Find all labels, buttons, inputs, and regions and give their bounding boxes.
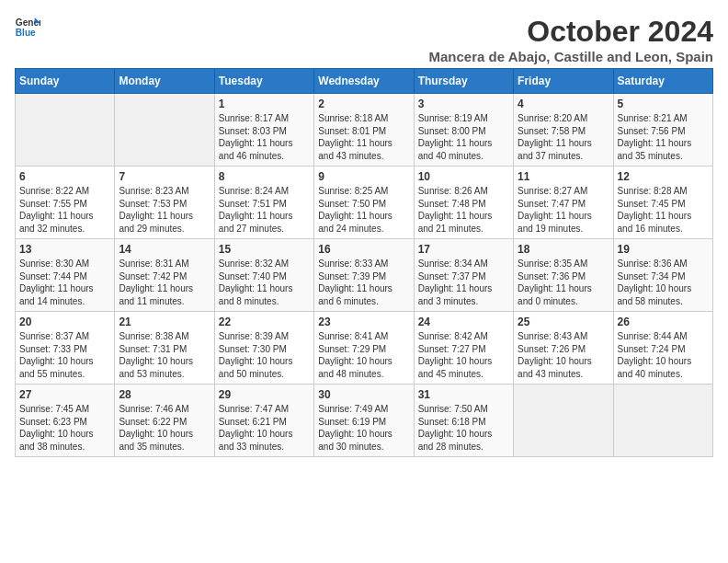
calendar-cell: 1Sunrise: 8:17 AMSunset: 8:03 PMDaylight… [214,94,313,167]
calendar-cell: 16Sunrise: 8:33 AMSunset: 7:39 PMDayligh… [314,239,414,312]
calendar-cell: 25Sunrise: 8:43 AMSunset: 7:26 PMDayligh… [514,312,613,385]
calendar-cell: 3Sunrise: 8:19 AMSunset: 8:00 PMDaylight… [414,94,513,167]
logo: General Blue [15,15,40,40]
calendar-week-row: 20Sunrise: 8:37 AMSunset: 7:33 PMDayligh… [16,312,713,385]
calendar-cell: 23Sunrise: 8:41 AMSunset: 7:29 PMDayligh… [314,312,414,385]
calendar-cell: 24Sunrise: 8:42 AMSunset: 7:27 PMDayligh… [414,312,513,385]
month-title: October 2024 [428,15,713,49]
calendar-cell: 7Sunrise: 8:23 AMSunset: 7:53 PMDaylight… [115,167,214,239]
day-number: 24 [418,316,509,328]
day-number: 28 [119,388,210,401]
calendar-body: 1Sunrise: 8:17 AMSunset: 8:03 PMDaylight… [16,94,713,457]
day-info: Sunrise: 8:27 AMSunset: 7:47 PMDaylight:… [518,185,609,235]
day-info: Sunrise: 7:45 AMSunset: 6:23 PMDaylight:… [19,403,110,453]
day-number: 21 [119,316,210,328]
day-number: 16 [318,243,409,256]
day-number: 17 [418,243,509,256]
calendar-cell [115,94,214,167]
day-number: 3 [418,98,509,110]
day-number: 23 [318,316,409,328]
calendar-week-row: 13Sunrise: 8:30 AMSunset: 7:44 PMDayligh… [16,239,713,312]
day-info: Sunrise: 8:18 AMSunset: 8:01 PMDaylight:… [318,112,409,162]
calendar-cell: 22Sunrise: 8:39 AMSunset: 7:30 PMDayligh… [214,312,313,385]
day-number: 8 [219,170,310,183]
calendar-cell: 20Sunrise: 8:37 AMSunset: 7:33 PMDayligh… [16,312,115,385]
day-info: Sunrise: 8:31 AMSunset: 7:42 PMDaylight:… [119,258,210,307]
day-number: 11 [518,170,609,183]
weekday-header: Wednesday [314,69,414,94]
svg-text:Blue: Blue [16,28,36,38]
calendar-cell: 10Sunrise: 8:26 AMSunset: 7:48 PMDayligh… [414,167,513,239]
title-block: October 2024 Mancera de Abajo, Castille … [428,15,713,64]
day-number: 29 [219,388,310,401]
weekday-header: Monday [115,69,214,94]
day-number: 10 [418,170,509,183]
calendar-cell: 15Sunrise: 8:32 AMSunset: 7:40 PMDayligh… [214,239,313,312]
calendar-cell: 18Sunrise: 8:35 AMSunset: 7:36 PMDayligh… [514,239,613,312]
calendar-cell: 19Sunrise: 8:36 AMSunset: 7:34 PMDayligh… [613,239,712,312]
calendar-cell: 21Sunrise: 8:38 AMSunset: 7:31 PMDayligh… [115,312,214,385]
calendar-table: SundayMondayTuesdayWednesdayThursdayFrid… [15,68,713,457]
weekday-header: Friday [514,69,613,94]
day-number: 22 [219,316,310,328]
day-number: 15 [219,243,310,256]
day-info: Sunrise: 7:49 AMSunset: 6:19 PMDaylight:… [318,403,409,453]
calendar-cell: 2Sunrise: 8:18 AMSunset: 8:01 PMDaylight… [314,94,414,167]
day-info: Sunrise: 8:34 AMSunset: 7:37 PMDaylight:… [418,258,509,307]
day-info: Sunrise: 8:42 AMSunset: 7:27 PMDaylight:… [418,330,509,380]
day-info: Sunrise: 8:43 AMSunset: 7:26 PMDaylight:… [518,330,609,380]
calendar-cell [514,385,613,457]
weekday-row: SundayMondayTuesdayWednesdayThursdayFrid… [16,69,713,94]
day-info: Sunrise: 8:38 AMSunset: 7:31 PMDaylight:… [119,330,210,380]
weekday-header: Sunday [16,69,115,94]
calendar-header: SundayMondayTuesdayWednesdayThursdayFrid… [16,69,713,94]
calendar-cell: 27Sunrise: 7:45 AMSunset: 6:23 PMDayligh… [16,385,115,457]
calendar-cell: 8Sunrise: 8:24 AMSunset: 7:51 PMDaylight… [214,167,313,239]
day-number: 18 [518,243,609,256]
day-number: 20 [19,316,110,328]
day-number: 12 [618,170,709,183]
day-number: 1 [219,98,310,110]
day-info: Sunrise: 8:30 AMSunset: 7:44 PMDaylight:… [19,258,110,307]
day-number: 31 [418,388,509,401]
calendar-cell: 26Sunrise: 8:44 AMSunset: 7:24 PMDayligh… [613,312,712,385]
calendar-cell: 14Sunrise: 8:31 AMSunset: 7:42 PMDayligh… [115,239,214,312]
day-info: Sunrise: 8:17 AMSunset: 8:03 PMDaylight:… [219,112,310,162]
calendar-cell [613,385,712,457]
calendar-cell: 13Sunrise: 8:30 AMSunset: 7:44 PMDayligh… [16,239,115,312]
day-info: Sunrise: 8:36 AMSunset: 7:34 PMDaylight:… [618,258,709,307]
calendar-week-row: 6Sunrise: 8:22 AMSunset: 7:55 PMDaylight… [16,167,713,239]
day-info: Sunrise: 8:41 AMSunset: 7:29 PMDaylight:… [318,330,409,380]
day-number: 19 [618,243,709,256]
location-subtitle: Mancera de Abajo, Castille and Leon, Spa… [428,49,713,64]
calendar-cell: 29Sunrise: 7:47 AMSunset: 6:21 PMDayligh… [214,385,313,457]
day-number: 30 [318,388,409,401]
day-info: Sunrise: 8:26 AMSunset: 7:48 PMDaylight:… [418,185,509,235]
day-info: Sunrise: 8:20 AMSunset: 7:58 PMDaylight:… [518,112,609,162]
day-info: Sunrise: 8:22 AMSunset: 7:55 PMDaylight:… [19,185,110,235]
day-number: 7 [119,170,210,183]
day-info: Sunrise: 8:32 AMSunset: 7:40 PMDaylight:… [219,258,310,307]
day-info: Sunrise: 8:25 AMSunset: 7:50 PMDaylight:… [318,185,409,235]
day-number: 13 [19,243,110,256]
calendar-cell: 5Sunrise: 8:21 AMSunset: 7:56 PMDaylight… [613,94,712,167]
day-number: 26 [618,316,709,328]
calendar-cell: 28Sunrise: 7:46 AMSunset: 6:22 PMDayligh… [115,385,214,457]
page-header: General Blue October 2024 Mancera de Aba… [15,15,713,64]
calendar-cell: 31Sunrise: 7:50 AMSunset: 6:18 PMDayligh… [414,385,513,457]
logo-icon: General Blue [15,15,40,40]
day-info: Sunrise: 7:47 AMSunset: 6:21 PMDaylight:… [219,403,310,453]
day-number: 6 [19,170,110,183]
calendar-cell: 17Sunrise: 8:34 AMSunset: 7:37 PMDayligh… [414,239,513,312]
day-info: Sunrise: 8:35 AMSunset: 7:36 PMDaylight:… [518,258,609,307]
day-info: Sunrise: 8:37 AMSunset: 7:33 PMDaylight:… [19,330,110,380]
day-number: 27 [19,388,110,401]
calendar-week-row: 27Sunrise: 7:45 AMSunset: 6:23 PMDayligh… [16,385,713,457]
weekday-header: Tuesday [214,69,313,94]
calendar-week-row: 1Sunrise: 8:17 AMSunset: 8:03 PMDaylight… [16,94,713,167]
day-number: 2 [318,98,409,110]
calendar-cell: 30Sunrise: 7:49 AMSunset: 6:19 PMDayligh… [314,385,414,457]
weekday-header: Thursday [414,69,513,94]
day-number: 5 [618,98,709,110]
day-info: Sunrise: 8:21 AMSunset: 7:56 PMDaylight:… [618,112,709,162]
